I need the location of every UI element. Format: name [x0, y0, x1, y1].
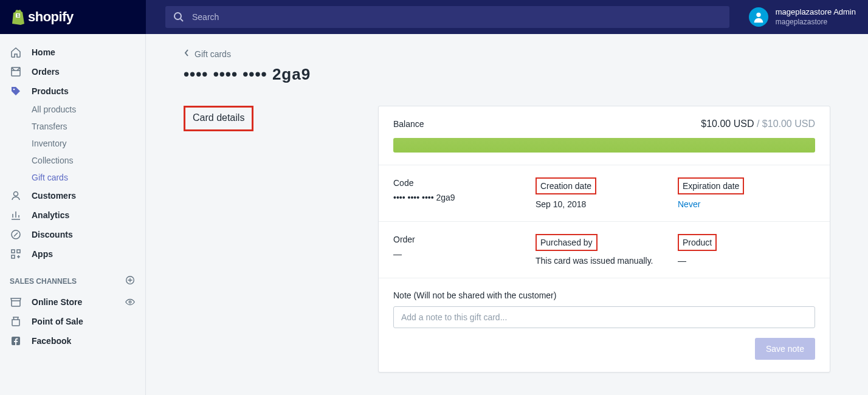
product-value: — [678, 256, 815, 266]
svg-rect-9 [17, 250, 20, 253]
home-icon [10, 46, 22, 58]
creation-date-value: Sep 10, 2018 [536, 199, 673, 209]
facebook-icon [10, 335, 22, 347]
balance-value: $10.00 USD / $10.00 USD [701, 118, 815, 129]
sidebar-item-products[interactable]: Products [0, 81, 145, 101]
channel-online-store[interactable]: Online Store [0, 292, 145, 312]
expiration-date-label: Expiration date [678, 177, 744, 194]
eye-icon[interactable] [125, 297, 136, 307]
note-label: Note (Will not be shared with the custom… [393, 290, 815, 300]
svg-point-3 [756, 13, 760, 17]
orders-icon [10, 66, 22, 78]
sidebar-item-orders[interactable]: Orders [0, 62, 145, 81]
expiration-date-value[interactable]: Never [678, 199, 815, 209]
svg-rect-10 [12, 255, 15, 258]
sidebar-item-apps[interactable]: Apps [0, 244, 145, 264]
svg-rect-8 [12, 250, 15, 253]
search-wrap [146, 6, 749, 28]
order-info-section: Order — Purchased by This card was issue… [379, 222, 830, 278]
user-menu[interactable]: mageplazastore Admin mageplazastore [749, 7, 868, 27]
note-input[interactable] [393, 306, 815, 328]
back-label: Gift cards [195, 49, 231, 59]
page-title: •••• •••• •••• 2ga9 [184, 65, 830, 84]
sidebar-item-home[interactable]: Home [0, 43, 145, 62]
sidebar-sub-collections[interactable]: Collections [0, 152, 145, 169]
balance-section: Balance $10.00 USD / $10.00 USD [379, 106, 830, 165]
add-channel-button[interactable] [125, 275, 136, 287]
sidebar-item-customers[interactable]: Customers [0, 186, 145, 205]
svg-point-5 [13, 89, 15, 91]
order-value: — [393, 249, 531, 259]
user-text: mageplazastore Admin mageplazastore [776, 7, 856, 27]
channel-label: Facebook [32, 336, 71, 346]
svg-text:S: S [17, 13, 20, 18]
creation-date-label: Creation date [536, 177, 596, 194]
code-label: Code [393, 178, 413, 188]
order-label: Order [393, 235, 415, 244]
card-details-card: Balance $10.00 USD / $10.00 USD Code •••… [378, 106, 830, 373]
avatar [749, 7, 768, 27]
content: Gift cards •••• •••• •••• 2ga9 Card deta… [146, 34, 868, 395]
balance-progress [393, 138, 815, 153]
channel-facebook[interactable]: Facebook [0, 331, 145, 351]
store-icon [10, 296, 22, 308]
customers-icon [10, 190, 22, 202]
channel-label: Point of Sale [32, 317, 83, 326]
apps-icon [10, 248, 22, 260]
sidebar-item-label: Customers [32, 191, 76, 201]
channel-label: Online Store [32, 297, 82, 307]
purchased-by-value: This card was issued manually. [536, 256, 673, 266]
balance-label: Balance [393, 119, 424, 129]
code-dates-section: Code •••• •••• •••• 2ga9 Creation date S… [379, 165, 830, 222]
sidebar-item-label: Discounts [32, 230, 73, 239]
shopify-bag-icon: S [11, 9, 26, 25]
user-name: mageplazastore Admin [776, 7, 856, 18]
pos-icon [10, 315, 22, 328]
section-title-card-details: Card details [184, 106, 253, 131]
svg-point-6 [14, 192, 18, 196]
save-note-button[interactable]: Save note [755, 338, 815, 360]
sidebar-item-label: Home [32, 47, 55, 57]
topbar-left: S shopify [0, 0, 146, 34]
sidebar-sub-transfers[interactable]: Transfers [0, 118, 145, 135]
sidebar-sub-all-products[interactable]: All products [0, 101, 145, 118]
store-name: mageplazastore [776, 18, 856, 27]
topbar: S shopify mageplazastore Admin mageplaza… [0, 0, 868, 34]
logo-text: shopify [28, 9, 74, 25]
svg-point-2 [174, 13, 181, 19]
sales-channels-label: SALES CHANNELS [10, 277, 77, 286]
sidebar-sub-inventory[interactable]: Inventory [0, 135, 145, 152]
logo[interactable]: S shopify [11, 9, 74, 25]
sidebar-item-discounts[interactable]: Discounts [0, 225, 145, 244]
sidebar-item-label: Apps [32, 249, 53, 259]
code-value: •••• •••• •••• 2ga9 [393, 193, 531, 202]
sidebar-item-label: Products [32, 86, 69, 96]
svg-point-12 [129, 301, 131, 303]
search-input[interactable] [192, 12, 722, 22]
channel-pos[interactable]: Point of Sale [0, 312, 145, 331]
chevron-left-icon [184, 49, 190, 59]
sidebar-sub-gift-cards[interactable]: Gift cards [0, 169, 145, 186]
note-section: Note (Will not be shared with the custom… [379, 278, 830, 372]
discounts-icon [10, 228, 22, 241]
sidebar-item-label: Orders [32, 67, 60, 77]
back-link[interactable]: Gift cards [184, 49, 830, 59]
sidebar-item-analytics[interactable]: Analytics [0, 205, 145, 225]
products-icon [10, 85, 22, 97]
search-icon [173, 11, 185, 23]
sales-channels-title: SALES CHANNELS [0, 264, 145, 292]
sidebar: Home Orders Products All products Transf… [0, 34, 146, 395]
analytics-icon [10, 209, 22, 221]
sidebar-item-label: Analytics [32, 210, 69, 220]
product-label: Product [678, 234, 717, 251]
search-bar[interactable] [165, 6, 729, 28]
purchased-by-label: Purchased by [536, 234, 598, 251]
